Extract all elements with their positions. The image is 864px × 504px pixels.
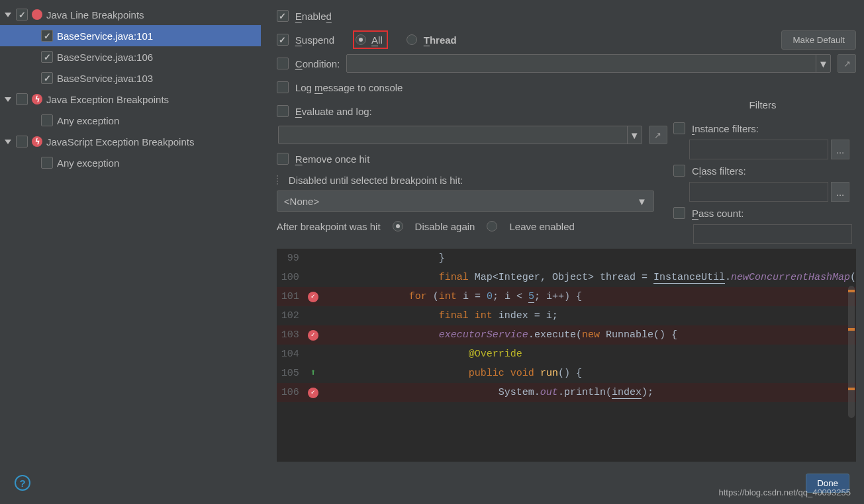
exception-icon: ϟ	[32, 94, 42, 105]
group-label: JavaScript Exception Breakpoints	[46, 136, 194, 147]
line-number: 103	[277, 325, 303, 345]
item-checkbox[interactable]	[41, 30, 53, 42]
suspend-label: Suspend	[295, 34, 334, 46]
code-text: executorService.execute(new Runnable() {	[323, 325, 677, 345]
tree-group[interactable]: Java Line Breakpoints	[0, 4, 261, 25]
breakpoint-icon	[32, 9, 42, 20]
expand-icon[interactable]	[4, 11, 12, 19]
exception-icon: ϟ	[32, 136, 42, 147]
remove-checkbox[interactable]	[277, 153, 289, 165]
disabled-until-label: Disabled until selected breakpoint is hi…	[289, 175, 463, 186]
override-icon: ⬆︎	[310, 364, 316, 383]
expand-edit-icon[interactable]: ↗	[649, 126, 667, 144]
eval-checkbox[interactable]	[277, 105, 289, 117]
filters-panel: Filters Instance filters: ... Class filt…	[673, 99, 852, 245]
line-number: 102	[277, 306, 303, 325]
dropdown-icon[interactable]: ▼	[627, 126, 642, 144]
all-radio[interactable]	[356, 34, 366, 45]
class-filters-input[interactable]	[689, 182, 828, 202]
item-checkbox[interactable]	[41, 51, 53, 63]
line-number: 101	[277, 287, 303, 306]
breakpoint-marker-icon[interactable]: ✓	[308, 330, 318, 341]
item-checkbox[interactable]	[41, 72, 53, 84]
scrollbar-mark	[848, 290, 855, 292]
enabled-label: Enabled	[295, 11, 332, 22]
scrollbar-mark	[848, 388, 855, 390]
code-text: System.out.println(index);	[323, 383, 653, 402]
thread-radio[interactable]	[407, 34, 417, 45]
disabled-until-select[interactable]: <None> ▼	[277, 190, 654, 212]
suspend-checkbox[interactable]	[277, 34, 289, 46]
scrollbar-mark	[848, 328, 855, 331]
help-icon[interactable]: ?	[15, 475, 30, 491]
eval-label: Evaluate and log:	[295, 106, 372, 117]
code-text: public void run() {	[323, 364, 582, 383]
dropdown-icon[interactable]: ▼	[816, 55, 830, 72]
pass-count-checkbox[interactable]	[673, 207, 685, 219]
filters-title: Filters	[673, 99, 852, 110]
code-text: final int index = i;	[323, 306, 558, 325]
item-label: BaseService.java:103	[57, 73, 153, 84]
group-label: Java Line Breakpoints	[46, 9, 144, 21]
condition-input[interactable]: ▼	[346, 54, 831, 73]
remove-label: Remove once hit	[295, 153, 370, 165]
make-default-button[interactable]: Make Default	[781, 30, 856, 50]
gutter[interactable]: ⬆︎	[303, 364, 323, 383]
group-label: Java Exception Breakpoints	[46, 94, 169, 105]
tree-item[interactable]: BaseService.java:106	[0, 46, 261, 67]
chevron-down-icon: ▼	[637, 196, 647, 207]
thread-label: Thread	[424, 34, 457, 46]
tree-group[interactable]: ϟ JavaScript Exception Breakpoints	[0, 131, 261, 152]
item-checkbox[interactable]	[41, 157, 53, 169]
code-line: 99 }	[277, 249, 856, 268]
expand-icon[interactable]	[4, 138, 12, 146]
log-label: Log message to console	[295, 82, 403, 93]
group-checkbox[interactable]	[16, 9, 28, 21]
tree-item[interactable]: Any exception	[0, 110, 261, 131]
class-filters-label: Class filters:	[692, 165, 746, 177]
leave-enabled-label: Leave enabled	[509, 221, 574, 232]
code-line: 104 @Override	[277, 345, 856, 364]
group-checkbox[interactable]	[16, 93, 28, 105]
log-checkbox[interactable]	[277, 81, 289, 93]
highlight-box: All	[353, 30, 388, 49]
gutter[interactable]: ✓	[303, 292, 323, 302]
all-label: All	[371, 34, 383, 46]
tree-item[interactable]: Any exception	[0, 152, 261, 173]
code-line: 106✓ System.out.println(index);	[277, 383, 856, 402]
code-line: 105⬆︎ public void run() {	[277, 364, 856, 383]
condition-checkbox[interactable]	[277, 58, 289, 69]
breakpoint-tree: Java Line Breakpoints BaseService.java:1…	[0, 0, 261, 504]
condition-label: Condition:	[295, 58, 340, 69]
code-text: @Override	[323, 345, 522, 364]
item-checkbox[interactable]	[41, 114, 53, 126]
enabled-checkbox[interactable]	[277, 10, 289, 22]
breakpoint-marker-icon[interactable]: ✓	[308, 388, 318, 398]
browse-button[interactable]: ...	[831, 140, 849, 159]
line-number: 99	[277, 249, 303, 268]
expand-icon[interactable]	[4, 95, 12, 103]
item-label: Any exception	[57, 157, 119, 169]
eval-input[interactable]: ▼	[278, 126, 642, 144]
scrollbar-thumb[interactable]	[848, 286, 855, 418]
class-filters-checkbox[interactable]	[673, 165, 685, 177]
expand-edit-icon[interactable]: ↗	[838, 54, 856, 73]
tree-item[interactable]: BaseService.java:103	[0, 67, 261, 89]
leave-enabled-radio[interactable]	[487, 221, 497, 231]
group-checkbox[interactable]	[16, 136, 28, 147]
tree-item[interactable]: BaseService.java:101	[0, 25, 261, 46]
gutter[interactable]: ✓	[303, 388, 323, 398]
instance-filters-checkbox[interactable]	[673, 122, 685, 134]
line-number: 100	[277, 268, 303, 287]
code-line: 100 final Map<Integer, Object> thread = …	[277, 268, 856, 287]
gutter[interactable]: ✓	[303, 330, 323, 341]
disable-again-label: Disable again	[415, 221, 475, 232]
tree-group[interactable]: ϟ Java Exception Breakpoints	[0, 89, 261, 110]
browse-button[interactable]: ...	[831, 182, 849, 202]
instance-filters-label: Instance filters:	[692, 123, 759, 134]
instance-filters-input[interactable]	[689, 140, 828, 159]
pass-count-input[interactable]	[693, 224, 852, 244]
breakpoint-marker-icon[interactable]: ✓	[308, 292, 318, 302]
after-label: After breakpoint was hit	[277, 221, 381, 232]
disable-again-radio[interactable]	[393, 221, 403, 231]
